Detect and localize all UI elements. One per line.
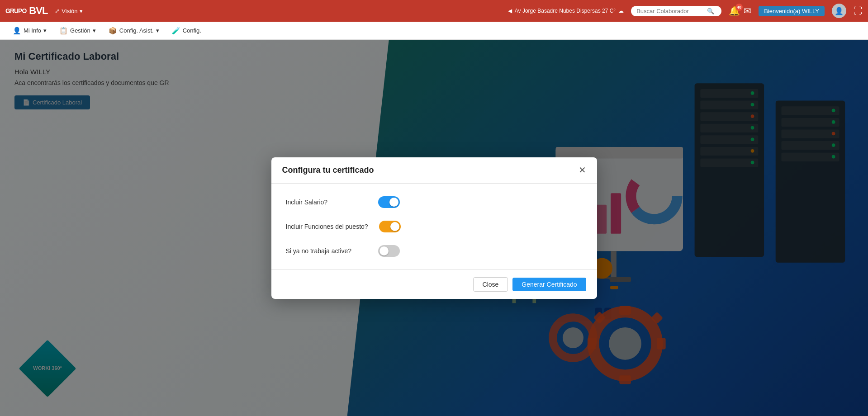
- notification-badge: 40: [735, 4, 743, 11]
- modal-header: Configura tu certificado ✕: [271, 157, 597, 184]
- sidebar-item-mi-info[interactable]: 👤 Mi Info ▾: [7, 24, 52, 38]
- welcome-button[interactable]: Bienvenido(a) WILLY: [759, 6, 825, 16]
- toggle-thumb-notrabaja: [379, 246, 389, 255]
- weather-text: Av Jorge Basadre Nubes Dispersas 27 C°: [515, 8, 616, 14]
- modal-title: Configura tu certificado: [282, 165, 374, 175]
- modal-close-button[interactable]: ✕: [579, 165, 586, 175]
- toggle-notrabaja[interactable]: [378, 245, 400, 257]
- main-content: Mi Certificado Laboral Home > Certificad…: [0, 40, 868, 416]
- notifications-button[interactable]: 🔔 40: [729, 5, 740, 16]
- avatar-icon: 👤: [835, 7, 844, 15]
- modal-dialog: Configura tu certificado ✕ Incluir Salar…: [271, 157, 597, 299]
- toggle-label-notrabaja: Si ya no trabaja active?: [286, 247, 367, 255]
- sidebar-item-config[interactable]: 🧪 Config.: [166, 24, 207, 38]
- modal-footer: Close Generar Certificado: [271, 269, 597, 299]
- logo-bvl-text: BVL: [29, 5, 47, 17]
- modal-body: Incluir Salario? Incluir Funciones del p…: [271, 184, 597, 269]
- chevron-icon-2: ▾: [93, 27, 96, 34]
- mi-info-label: Mi Info: [24, 27, 41, 34]
- top-nav: GRUPO BVL ⤢ Visión ▾ ◀ Av Jorge Basadre …: [0, 0, 868, 22]
- mail-button[interactable]: ✉: [744, 5, 751, 16]
- config-asist-icon: 📦: [109, 27, 117, 35]
- toggle-thumb-salario: [389, 198, 398, 207]
- avatar[interactable]: 👤: [832, 4, 846, 18]
- chevron-down-icon: ▾: [80, 8, 83, 14]
- cloud-icon: ☁: [618, 8, 624, 14]
- secondary-nav: 👤 Mi Info ▾ 📋 Gestión ▾ 📦 Config. Asist.…: [0, 22, 868, 40]
- toggle-row-salario: Incluir Salario?: [286, 196, 583, 208]
- app-logo: GRUPO BVL: [5, 5, 47, 17]
- modal-overlay: Configura tu certificado ✕ Incluir Salar…: [0, 40, 868, 416]
- toggle-row-funciones: Incluir Funciones del puesto?: [286, 221, 583, 232]
- toggle-label-salario: Incluir Salario?: [286, 199, 367, 206]
- welcome-label: Bienvenido(a) WILLY: [764, 8, 819, 14]
- toggle-salario[interactable]: [378, 196, 400, 208]
- nav-icons: 🔔 40 ✉: [729, 5, 751, 16]
- close-button[interactable]: Close: [473, 277, 508, 292]
- search-icon: 🔍: [707, 8, 714, 14]
- search-box[interactable]: 🔍: [631, 6, 721, 16]
- chevron-icon: ▾: [43, 27, 47, 34]
- toggle-label-funciones: Incluir Funciones del puesto?: [286, 223, 368, 230]
- weather-info: ◀ Av Jorge Basadre Nubes Dispersas 27 C°…: [508, 8, 624, 14]
- config-icon: 🧪: [172, 27, 180, 35]
- chevron-icon-3: ▾: [156, 27, 159, 34]
- sidebar-item-gestion[interactable]: 📋 Gestión ▾: [54, 24, 101, 38]
- vision-label: Visión: [62, 8, 77, 14]
- location-icon: ◀: [508, 8, 512, 14]
- sidebar-item-config-asist[interactable]: 📦 Config. Asist. ▾: [103, 24, 165, 38]
- generate-button[interactable]: Generar Certificado: [512, 278, 586, 291]
- search-input[interactable]: [636, 8, 704, 14]
- gestion-icon: 📋: [59, 27, 68, 35]
- gestion-label: Gestión: [70, 27, 90, 34]
- toggle-thumb-funciones: [390, 222, 399, 231]
- logo-grupo-text: GRUPO: [5, 7, 26, 14]
- expand-icon: ⤢: [55, 8, 60, 14]
- expand-button[interactable]: ⛶: [854, 6, 863, 16]
- toggle-funciones[interactable]: [379, 221, 401, 232]
- vision-button[interactable]: ⤢ Visión ▾: [55, 8, 82, 14]
- toggle-row-notrabaja: Si ya no trabaja active?: [286, 245, 583, 257]
- user-icon: 👤: [13, 27, 21, 35]
- config-asist-label: Config. Asist.: [119, 27, 154, 34]
- config-label: Config.: [183, 27, 201, 34]
